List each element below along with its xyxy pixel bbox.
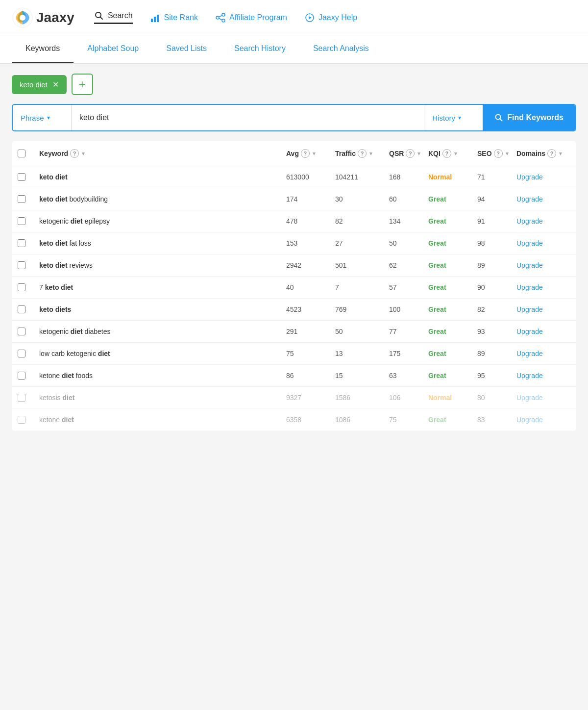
tab-keywords[interactable]: Keywords: [12, 35, 74, 63]
search-bar: Phrase ▾ History ▾ Find Keywords: [12, 104, 576, 131]
row-checkbox[interactable]: [18, 217, 25, 225]
row-checkbox-cell[interactable]: [18, 195, 39, 203]
kqi-cell: Great: [428, 372, 477, 380]
domains-upgrade-link[interactable]: Upgrade: [516, 173, 570, 181]
svg-rect-4: [151, 19, 153, 22]
domains-upgrade-link[interactable]: Upgrade: [516, 416, 570, 424]
tab-saved-lists[interactable]: Saved Lists: [152, 35, 220, 63]
table-row: ketosis diet 9327 1586 106 Normal 80 Upg…: [12, 387, 576, 409]
kqi-cell: Great: [428, 283, 477, 291]
domains-upgrade-link[interactable]: Upgrade: [516, 283, 570, 291]
domains-upgrade-link[interactable]: Upgrade: [516, 394, 570, 402]
keyword-tag[interactable]: keto diet ✕: [12, 75, 67, 94]
phrase-dropdown[interactable]: Phrase ▾: [13, 105, 72, 130]
col-header-avg: Avg ? ▾: [286, 149, 335, 158]
row-checkbox[interactable]: [18, 394, 25, 402]
traffic-cell: 1086: [335, 416, 389, 424]
row-checkbox[interactable]: [18, 305, 25, 313]
row-checkbox-cell[interactable]: [18, 217, 39, 225]
add-tag-button[interactable]: +: [72, 74, 93, 95]
nav-help-label: Jaaxy Help: [318, 13, 357, 22]
kqi-help-icon[interactable]: ?: [442, 149, 451, 158]
domains-upgrade-link[interactable]: Upgrade: [516, 261, 570, 269]
qsr-sort-icon[interactable]: ▾: [417, 151, 420, 157]
row-checkbox-cell[interactable]: [18, 328, 39, 335]
qsr-cell: 106: [389, 394, 428, 402]
row-checkbox[interactable]: [18, 416, 25, 424]
find-keywords-button[interactable]: Find Keywords: [483, 105, 575, 130]
row-checkbox[interactable]: [18, 350, 25, 357]
row-checkbox[interactable]: [18, 173, 25, 181]
qsr-help-icon[interactable]: ?: [406, 149, 415, 158]
avg-cell: 291: [286, 328, 335, 335]
keyword-cell: ketogenic diet diabetes: [39, 328, 286, 335]
keyword-sort-icon[interactable]: ▾: [82, 151, 85, 157]
domains-upgrade-link[interactable]: Upgrade: [516, 328, 570, 335]
row-checkbox-cell[interactable]: [18, 394, 39, 402]
domains-upgrade-link[interactable]: Upgrade: [516, 372, 570, 380]
domains-upgrade-link[interactable]: Upgrade: [516, 195, 570, 203]
row-checkbox[interactable]: [18, 328, 25, 335]
avg-help-icon[interactable]: ?: [301, 149, 310, 158]
row-checkbox-cell[interactable]: [18, 261, 39, 269]
seo-sort-icon[interactable]: ▾: [506, 151, 509, 157]
nav-help[interactable]: Jaaxy Help: [305, 13, 357, 23]
qsr-cell: 168: [389, 173, 428, 181]
avg-cell: 86: [286, 372, 335, 380]
table-row: ketogenic diet diabetes 291 50 77 Great …: [12, 321, 576, 343]
domains-upgrade-link[interactable]: Upgrade: [516, 239, 570, 247]
row-checkbox-cell[interactable]: [18, 173, 39, 181]
nav-site-rank[interactable]: Site Rank: [150, 13, 198, 23]
find-keywords-label: Find Keywords: [507, 113, 564, 122]
traffic-help-icon[interactable]: ?: [358, 149, 367, 158]
avg-cell: 4523: [286, 305, 335, 313]
keyword-cell: keto diet bodybuilding: [39, 195, 286, 203]
svg-point-1: [20, 15, 25, 21]
domains-upgrade-link[interactable]: Upgrade: [516, 305, 570, 313]
keyword-search-input[interactable]: [72, 105, 424, 130]
traffic-sort-icon[interactable]: ▾: [369, 151, 372, 157]
kqi-sort-icon[interactable]: ▾: [454, 151, 457, 157]
traffic-cell: 82: [335, 217, 389, 225]
header-checkbox-cell[interactable]: [18, 150, 39, 157]
row-checkbox-cell[interactable]: [18, 283, 39, 291]
keyword-cell: keto diet fat loss: [39, 239, 286, 247]
keyword-cell: ketone diet foods: [39, 372, 286, 380]
seo-help-icon[interactable]: ?: [494, 149, 503, 158]
keyword-cell: 7 keto diet: [39, 283, 286, 291]
avg-sort-icon[interactable]: ▾: [313, 151, 316, 157]
avg-cell: 40: [286, 283, 335, 291]
history-dropdown[interactable]: History ▾: [424, 105, 483, 130]
tag-close-icon[interactable]: ✕: [52, 80, 59, 89]
row-checkbox-cell[interactable]: [18, 350, 39, 357]
domains-sort-icon[interactable]: ▾: [559, 151, 562, 157]
kqi-cell: Normal: [428, 173, 477, 181]
row-checkbox[interactable]: [18, 239, 25, 247]
row-checkbox[interactable]: [18, 261, 25, 269]
logo[interactable]: Jaaxy: [12, 7, 74, 28]
keyword-help-icon[interactable]: ?: [70, 149, 79, 158]
tab-search-history[interactable]: Search History: [220, 35, 299, 63]
row-checkbox[interactable]: [18, 372, 25, 380]
row-checkbox[interactable]: [18, 283, 25, 291]
results-table: Keyword ? ▾ Avg ? ▾ Traffic ? ▾ QSR ? ▾ …: [12, 141, 576, 431]
row-checkbox-cell[interactable]: [18, 305, 39, 313]
traffic-cell: 15: [335, 372, 389, 380]
tab-alphabet-soup[interactable]: Alphabet Soup: [74, 35, 152, 63]
nav-affiliate[interactable]: Affiliate Program: [216, 13, 287, 23]
row-checkbox-cell[interactable]: [18, 416, 39, 424]
seo-cell: 95: [477, 372, 516, 380]
row-checkbox-cell[interactable]: [18, 239, 39, 247]
nav-search[interactable]: Search: [94, 11, 133, 24]
domains-upgrade-link[interactable]: Upgrade: [516, 350, 570, 357]
table-row: 7 keto diet 40 7 57 Great 90 Upgrade: [12, 277, 576, 299]
tab-search-analysis[interactable]: Search Analysis: [299, 35, 383, 63]
qsr-cell: 62: [389, 261, 428, 269]
domains-help-icon[interactable]: ?: [547, 149, 556, 158]
domains-upgrade-link[interactable]: Upgrade: [516, 217, 570, 225]
select-all-checkbox[interactable]: [18, 150, 25, 157]
tag-row: keto diet ✕ +: [12, 74, 576, 95]
row-checkbox[interactable]: [18, 195, 25, 203]
row-checkbox-cell[interactable]: [18, 372, 39, 380]
qsr-cell: 100: [389, 305, 428, 313]
